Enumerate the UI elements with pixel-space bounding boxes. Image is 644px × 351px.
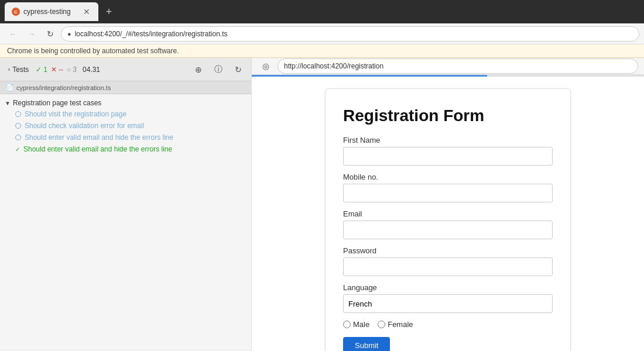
- preview-pane: ◎ http://localhost:4200/registration Reg…: [252, 58, 644, 349]
- tab-favicon: C: [12, 8, 20, 16]
- pass-count: 1: [43, 66, 47, 74]
- nav-bar: ← → ↻ ● localhost:4200/_/#/tests/integra…: [0, 23, 644, 44]
- fail-x-icon: ✕: [51, 66, 57, 74]
- cypress-toolbar: ‹ Tests ✓ 1 ✕ -- ○ 3 04.31 ⊕ ⓘ ↻: [0, 58, 251, 81]
- pending-stat: ○ 3: [67, 66, 77, 74]
- pending-circle-icon: [15, 123, 21, 129]
- female-option[interactable]: Female: [378, 320, 413, 329]
- language-label: Language: [343, 283, 553, 292]
- chevron-left-icon: ‹: [8, 66, 10, 73]
- file-path-text: cypress/integration/registration.ts: [16, 84, 111, 91]
- password-group: Password: [343, 246, 553, 276]
- test-item-label: Should enter valid email and hide the er…: [23, 145, 172, 153]
- file-icon: 📄: [6, 84, 14, 91]
- email-label: Email: [343, 209, 553, 218]
- auto-test-banner: Chrome is being controlled by automated …: [0, 44, 644, 58]
- browser-chrome: C cypress-testing ✕ +: [0, 0, 644, 23]
- mobile-label: Mobile no.: [343, 173, 553, 181]
- refresh-button[interactable]: ↻: [42, 26, 59, 42]
- language-group: Language French English Spanish: [343, 283, 553, 313]
- test-item[interactable]: Should check validation error for email: [5, 120, 246, 132]
- pending-circle-icon: ○: [67, 66, 71, 74]
- preview-url-text: http://localhost:4200/registration: [284, 62, 383, 70]
- suite-header[interactable]: ▼ Registration page test cases: [5, 98, 246, 108]
- female-radio[interactable]: [378, 321, 385, 328]
- tab-title: cypress-testing: [23, 8, 78, 16]
- info-icon-btn[interactable]: ⓘ: [210, 61, 227, 78]
- pending-circle-icon: [15, 111, 21, 117]
- test-suite: ▼ Registration page test cases Should vi…: [0, 94, 251, 157]
- tab-close-button[interactable]: ✕: [82, 7, 91, 16]
- male-option[interactable]: Male: [343, 320, 369, 329]
- fail-stat: ✕ --: [51, 66, 63, 74]
- mobile-input[interactable]: [343, 184, 553, 202]
- test-item-label: Should visit the registration page: [25, 110, 126, 118]
- first-name-group: First Name: [343, 136, 553, 166]
- test-item-label: Should check validation error for email: [25, 122, 144, 130]
- preview-content: Registration Form First Name Mobile no. …: [252, 77, 644, 351]
- first-name-label: First Name: [343, 136, 553, 144]
- test-item-label: Should enter valid email and hide the er…: [25, 133, 173, 142]
- female-label: Female: [388, 320, 413, 329]
- suite-name: Registration page test cases: [13, 99, 101, 107]
- globe-icon-btn[interactable]: ◎: [258, 58, 274, 74]
- address-bar[interactable]: ● localhost:4200/_/#/tests/integration/r…: [61, 26, 639, 42]
- cypress-panel: ‹ Tests ✓ 1 ✕ -- ○ 3 04.31 ⊕ ⓘ ↻ 📄: [0, 58, 252, 349]
- main-area: ‹ Tests ✓ 1 ✕ -- ○ 3 04.31 ⊕ ⓘ ↻ 📄: [0, 58, 644, 349]
- test-item-passing[interactable]: ✓ Should enter valid email and hide the …: [5, 143, 246, 155]
- active-tab[interactable]: C cypress-testing ✕: [5, 2, 98, 21]
- registration-card: Registration Form First Name Mobile no. …: [325, 88, 571, 351]
- male-radio[interactable]: [343, 321, 351, 328]
- back-button[interactable]: ←: [5, 26, 21, 42]
- email-input[interactable]: [343, 221, 553, 239]
- male-label: Male: [353, 320, 369, 329]
- suite-chevron-icon: ▼: [5, 100, 11, 106]
- crosshair-icon-btn[interactable]: ⊕: [190, 61, 207, 78]
- preview-address-bar: ◎ http://localhost:4200/registration: [252, 58, 644, 75]
- test-item[interactable]: Should enter valid email and hide the er…: [5, 132, 246, 143]
- auto-test-text: Chrome is being controlled by automated …: [7, 47, 179, 55]
- pass-check-icon: ✓: [36, 66, 42, 74]
- file-path-bar: 📄 cypress/integration/registration.ts: [0, 81, 251, 94]
- new-tab-button[interactable]: +: [101, 4, 117, 20]
- address-bar-text: localhost:4200/_/#/tests/integration/reg…: [75, 30, 228, 38]
- test-item[interactable]: Should visit the registration page: [5, 108, 246, 120]
- timer-display: 04.31: [83, 66, 100, 74]
- pending-circle-icon: [15, 135, 21, 140]
- mobile-group: Mobile no.: [343, 173, 553, 202]
- tests-nav-button[interactable]: ‹ Tests: [5, 64, 32, 75]
- email-group: Email: [343, 209, 553, 239]
- pass-check-icon: ✓: [15, 146, 20, 153]
- forward-button[interactable]: →: [23, 26, 40, 42]
- password-input[interactable]: [343, 257, 553, 276]
- password-label: Password: [343, 246, 553, 255]
- tab-bar: C cypress-testing ✕ +: [5, 2, 639, 21]
- form-title: Registration Form: [343, 106, 553, 125]
- preview-url-input[interactable]: http://localhost:4200/registration: [278, 58, 638, 74]
- refresh-icon-btn[interactable]: ↻: [230, 61, 246, 78]
- tests-label: Tests: [12, 66, 29, 74]
- pass-stat: ✓ 1: [36, 66, 47, 74]
- gender-group: Male Female: [343, 320, 553, 329]
- submit-button[interactable]: Submit: [343, 337, 390, 351]
- lock-icon: ●: [67, 30, 71, 37]
- first-name-input[interactable]: [343, 147, 553, 166]
- fail-label: --: [59, 66, 63, 74]
- language-select[interactable]: French English Spanish: [343, 294, 553, 313]
- pending-count: 3: [73, 66, 77, 74]
